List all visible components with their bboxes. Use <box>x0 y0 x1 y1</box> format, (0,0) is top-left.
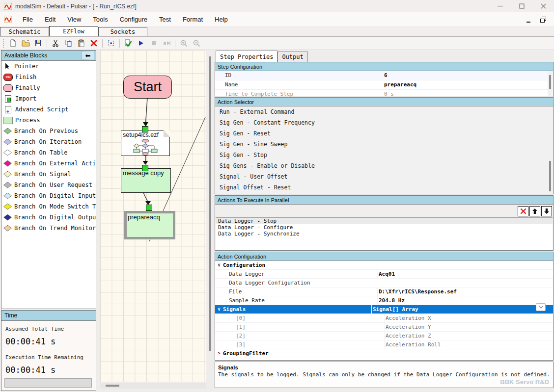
block-item[interactable]: Branch On Signal <box>1 169 96 180</box>
action-selector-item[interactable]: Signal - User Offset <box>216 171 547 182</box>
save-file-icon[interactable] <box>32 37 45 49</box>
block-item[interactable]: Import <box>1 93 96 104</box>
block-item[interactable]: Branch On User Request <box>1 180 96 190</box>
action-selector-item[interactable]: Sig Gen - Reset <box>216 128 547 139</box>
property-row[interactable]: ID 6 <box>215 71 553 80</box>
node-start[interactable]: Start <box>123 76 172 99</box>
parallel-action-item[interactable]: Data Logger - Synchronize <box>216 231 553 237</box>
tab-output[interactable]: Output <box>277 52 307 62</box>
menu-item[interactable]: Edit <box>39 14 61 25</box>
block-item[interactable]: Finish <box>1 72 96 82</box>
step-over-icon[interactable] <box>160 37 173 49</box>
block-item[interactable]: Finally <box>1 82 96 93</box>
delete-icon[interactable] <box>87 37 100 49</box>
block-item[interactable]: Branch On Mode Switch Trigger <box>1 201 96 212</box>
node-prepareacq[interactable]: prepareacq <box>124 211 175 239</box>
action-selector-item[interactable]: Run - External Command <box>216 106 547 117</box>
move-up-icon[interactable] <box>529 206 540 216</box>
expander-icon[interactable]: ∨ <box>215 305 223 314</box>
action-selector-scrollbar[interactable] <box>548 106 553 193</box>
config-row[interactable]: [3] Acceleration Roll <box>215 340 553 349</box>
menu-item[interactable]: View <box>61 14 87 25</box>
block-item[interactable]: Branch On Table <box>1 147 96 158</box>
block-item[interactable]: Branch On Previous <box>1 126 96 136</box>
input-port-icon[interactable] <box>142 165 148 171</box>
maximize-icon[interactable] <box>511 0 532 12</box>
block-item[interactable]: Branch On External Action <box>1 158 96 169</box>
canvas-horizontal-scrollbar[interactable] <box>100 383 206 389</box>
mdi-minimize-icon[interactable] <box>525 16 532 23</box>
scrollbar-thumb[interactable] <box>209 56 211 351</box>
action-selector-item[interactable]: Sig Gen - Stop <box>216 150 547 160</box>
scrollbar-thumb[interactable] <box>106 385 119 387</box>
delete-action-icon[interactable] <box>518 206 528 216</box>
canvas-vertical-scrollbar[interactable] <box>208 50 213 382</box>
toolbar-separator <box>102 39 103 48</box>
block-shape-icon <box>3 84 13 92</box>
config-row[interactable]: Sample Rate 204.8 Hz <box>215 296 553 305</box>
block-item[interactable]: Advanced Script <box>1 104 96 115</box>
block-item[interactable]: Process <box>1 115 96 126</box>
action-selector-item[interactable]: Sig Gens - Enable or Disable <box>216 160 547 171</box>
close-icon[interactable] <box>532 0 554 12</box>
step-config-scrollbar[interactable] <box>548 71 553 96</box>
zoom-in-icon[interactable] <box>177 37 190 49</box>
stop-icon[interactable] <box>147 37 160 49</box>
config-row[interactable]: > GroupingFilter <box>215 349 553 358</box>
config-row[interactable]: ∨ Configuration <box>215 261 553 270</box>
menu-item[interactable]: Help <box>209 14 234 25</box>
mdi-restore-icon[interactable] <box>539 16 547 23</box>
block-item[interactable]: Branch On Digital Output <box>1 212 96 223</box>
run-icon[interactable] <box>135 37 147 49</box>
action-selector-item[interactable]: Sig Gen - Constant Frequency <box>216 117 547 128</box>
scrollbar-thumb[interactable] <box>549 161 551 191</box>
toolbar-grip[interactable] <box>2 38 5 48</box>
tab-schematic[interactable]: Schematic <box>0 27 49 36</box>
collapse-panel-icon[interactable]: ⬅ <box>82 51 94 60</box>
action-selector-item[interactable]: Sig Gen - Sine Sweep <box>216 139 547 150</box>
config-row[interactable]: [0] Acceleration X <box>215 314 553 323</box>
config-row[interactable]: [2] Acceleration Z <box>215 332 553 340</box>
validate-icon[interactable] <box>122 37 135 49</box>
snap-to-grid-icon[interactable] <box>105 37 117 49</box>
block-item[interactable]: Branch On Iteration <box>1 136 96 147</box>
block-item[interactable]: Pointer <box>1 61 96 72</box>
input-port-icon[interactable] <box>146 205 152 211</box>
cut-icon[interactable] <box>49 37 62 49</box>
menu-item[interactable]: Test <box>153 14 177 25</box>
config-row[interactable]: Data Logger Acq01 <box>215 270 553 279</box>
tab-ezflow[interactable]: EZFlow <box>49 26 98 36</box>
scrollbar-thumb[interactable] <box>549 75 551 89</box>
expander-icon[interactable]: ∨ <box>215 261 223 269</box>
minimize-icon[interactable] <box>489 0 511 12</box>
node-prepareacq-label: prepareacq <box>128 213 160 221</box>
menu-item[interactable]: Configure <box>114 14 153 25</box>
node-subflow[interactable]: setup4ics.ezf <box>121 131 170 156</box>
parallel-action-item[interactable]: Data Logger - Stop <box>216 218 553 224</box>
signals-dropdown-icon[interactable] <box>536 303 546 311</box>
block-item[interactable]: Branch On Trend Monitor <box>1 223 96 234</box>
tab-step-properties[interactable]: Step Properties <box>216 51 277 62</box>
parallel-action-item[interactable]: Data Logger - Configure <box>216 224 553 231</box>
menu-item[interactable]: Tools <box>87 14 113 25</box>
tab-sockets[interactable]: Sockets <box>98 27 147 36</box>
new-file-icon[interactable] <box>6 37 19 49</box>
config-row[interactable]: ∨ Signals Signal[] Array <box>215 305 553 314</box>
copy-icon[interactable] <box>62 37 75 49</box>
action-selector-item[interactable]: Signal Offset - Reset <box>216 182 547 193</box>
zoom-out-icon[interactable] <box>190 37 203 49</box>
config-row[interactable]: File D:\Xfr\rICS\Response.sef <box>215 287 553 296</box>
property-row[interactable]: Name prepareacq <box>215 80 553 90</box>
node-message-copy[interactable]: message copy <box>121 168 171 193</box>
menu-item[interactable]: Format <box>177 14 209 25</box>
menu-item[interactable]: File <box>17 14 39 25</box>
open-file-icon[interactable] <box>19 37 32 49</box>
input-port-icon[interactable] <box>142 126 148 132</box>
expander-icon[interactable]: > <box>215 349 223 358</box>
block-item[interactable]: Branch On Digital Input <box>1 190 96 201</box>
flow-canvas[interactable]: Start setup4ics.ezf message copy prepare… <box>100 50 206 382</box>
move-down-icon[interactable] <box>541 206 552 216</box>
config-row[interactable]: Data Logger Configuration <box>215 279 553 287</box>
config-row[interactable]: [1] Acceleration Y <box>215 323 553 332</box>
paste-icon[interactable] <box>75 37 87 49</box>
